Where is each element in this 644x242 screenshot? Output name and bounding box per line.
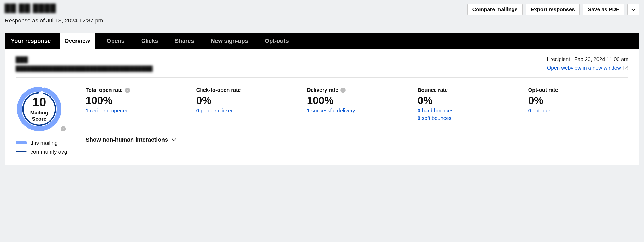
stat-value: 100% xyxy=(307,95,407,106)
stat-detail-num: 0 xyxy=(528,108,531,113)
stat-detail-num: 1 xyxy=(307,108,310,113)
stat-detail-text: soft bounces xyxy=(420,115,452,121)
tab-new-signups[interactable]: New sign-ups xyxy=(206,33,253,49)
info-icon[interactable]: i xyxy=(61,126,66,131)
tab-shares[interactable]: Shares xyxy=(170,33,199,49)
stat-value: 100% xyxy=(86,95,186,106)
save-as-pdf-button[interactable]: Save as PDF xyxy=(583,4,624,15)
legend-this-mailing: this mailing xyxy=(16,140,67,146)
export-responses-button[interactable]: Export responses xyxy=(526,4,580,15)
caret-down-icon xyxy=(631,7,635,13)
tab-optouts[interactable]: Opt-outs xyxy=(260,33,294,49)
stat-hard-bounces-link[interactable]: 0 hard bounces xyxy=(418,108,518,114)
compare-mailings-button[interactable]: Compare mailings xyxy=(467,4,523,15)
show-non-human-label: Show non-human interactions xyxy=(86,136,168,143)
stat-value: 0% xyxy=(196,95,297,106)
external-link-icon xyxy=(623,65,628,71)
stat-detail-text: people clicked xyxy=(199,108,234,113)
stat-delivery-rate: Delivery rate i 100% 1 successful delive… xyxy=(307,87,407,121)
mailing-subject: ███ xyxy=(16,56,153,63)
response-timestamp: Response as of Jul 18, 2024 12:37 pm xyxy=(5,17,103,24)
stat-total-open-rate: Total open rate i 100% 1 recipient opene… xyxy=(86,87,186,121)
stat-detail-link[interactable]: 0 opt-outs xyxy=(528,108,628,114)
stat-detail-num: 0 xyxy=(418,115,420,121)
legend-this-mailing-label: this mailing xyxy=(30,140,58,146)
legend-community-avg-label: community avg xyxy=(30,149,67,155)
info-icon[interactable]: i xyxy=(340,88,346,93)
mailing-score-gauge: 10 MailingScore i xyxy=(16,86,63,132)
stat-title: Total open rate xyxy=(86,87,123,93)
legend-swatch-icon xyxy=(16,141,27,144)
save-as-pdf-dropdown-button[interactable] xyxy=(627,4,639,15)
stat-value: 0% xyxy=(418,95,518,106)
stat-detail-text: recipient opened xyxy=(89,108,128,113)
tab-overview[interactable]: Overview xyxy=(60,33,95,49)
stat-bounce-rate: Bounce rate 0% 0 hard bounces 0 soft bou… xyxy=(418,87,518,121)
legend-community-avg: community avg xyxy=(16,149,67,155)
stat-value: 0% xyxy=(528,95,628,106)
open-webview-link[interactable]: Open webview in a new window xyxy=(547,65,629,71)
show-non-human-toggle[interactable]: Show non-human interactions xyxy=(86,136,628,143)
stat-detail-link[interactable]: 0 people clicked xyxy=(196,108,297,114)
stat-soft-bounces-link[interactable]: 0 soft bounces xyxy=(418,115,518,121)
stat-detail-text: opt-outs xyxy=(531,108,552,113)
stat-detail-num: 0 xyxy=(196,108,199,113)
stat-click-to-open-rate: Click-to-open rate 0% 0 people clicked xyxy=(196,87,297,121)
mailing-score-label: MailingScore xyxy=(30,110,48,122)
tab-clicks[interactable]: Clicks xyxy=(137,33,163,49)
stat-detail-num: 1 xyxy=(86,108,89,113)
tabs-heading: Your response xyxy=(9,38,52,44)
open-webview-label: Open webview in a new window xyxy=(547,65,621,71)
recipients-line: 1 recipient | Feb 20, 2024 11:00 am xyxy=(546,56,628,62)
stat-title: Bounce rate xyxy=(418,87,448,93)
stat-detail-num: 0 xyxy=(418,108,420,113)
mailing-score-value: 10 xyxy=(32,96,46,108)
stat-optout-rate: Opt-out rate 0% 0 opt-outs xyxy=(528,87,628,121)
stat-detail-text: hard bounces xyxy=(420,108,454,113)
page-title: ██ ██ ████ xyxy=(5,4,103,13)
legend-swatch-icon xyxy=(16,151,27,152)
stat-detail-text: successful delivery xyxy=(310,108,355,113)
chevron-down-icon xyxy=(172,138,176,141)
info-icon[interactable]: i xyxy=(125,88,130,93)
tabs-bar: Your response Overview Opens Clicks Shar… xyxy=(5,33,639,49)
stat-title: Opt-out rate xyxy=(528,87,558,93)
tab-opens[interactable]: Opens xyxy=(102,33,129,49)
stat-detail-link[interactable]: 1 successful delivery xyxy=(307,108,407,114)
mailing-from-line: █████████████████████████████████████ xyxy=(16,66,153,72)
stat-detail-link[interactable]: 1 recipient opened xyxy=(86,108,186,114)
stat-title: Click-to-open rate xyxy=(196,87,241,93)
stat-title: Delivery rate xyxy=(307,87,338,93)
